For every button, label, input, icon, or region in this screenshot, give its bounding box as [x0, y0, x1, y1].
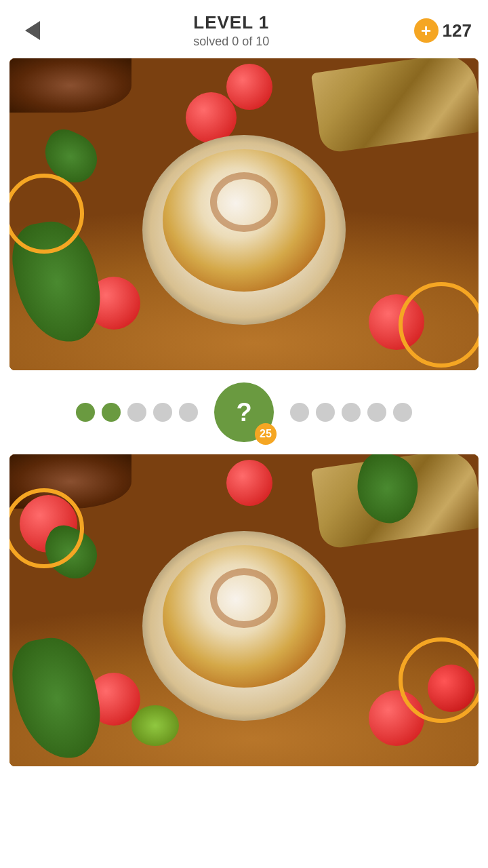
- back-arrow-icon: [25, 21, 40, 40]
- tomato-2: [226, 64, 272, 110]
- tomato-b-2: [226, 460, 272, 506]
- dot-left-2: [102, 403, 121, 422]
- level-title: LEVEL 1: [49, 12, 414, 33]
- solved-status: solved 0 of 10: [49, 35, 414, 49]
- app-header: LEVEL 1 solved 0 of 10 + 127: [0, 0, 488, 58]
- dot-right-4: [367, 403, 386, 422]
- dot-right-5: [393, 403, 412, 422]
- dot-left-1: [76, 403, 95, 422]
- dot-left-4: [153, 403, 172, 422]
- dot-left-3: [127, 403, 146, 422]
- tomato-b-4: [369, 690, 424, 746]
- dots-right: [290, 403, 412, 422]
- meat-dish: [9, 58, 131, 113]
- plus-icon: +: [421, 20, 431, 41]
- back-button[interactable]: [16, 14, 49, 47]
- bottom-image-panel[interactable]: [9, 454, 479, 766]
- green-item: [131, 705, 179, 746]
- coin-count: 127: [443, 20, 472, 41]
- dot-right-2: [316, 403, 335, 422]
- bowl-swirl-b: [210, 568, 278, 628]
- middle-controls: ? 25: [0, 370, 488, 454]
- add-coins-button[interactable]: +: [414, 18, 439, 43]
- tomato-b-5: [428, 665, 475, 712]
- hint-question-mark: ?: [236, 399, 251, 425]
- coins-area: + 127: [414, 18, 472, 43]
- header-center: LEVEL 1 solved 0 of 10: [49, 12, 414, 49]
- dots-left: [76, 403, 198, 422]
- hint-cost-badge: 25: [255, 423, 277, 445]
- hint-button[interactable]: ? 25: [214, 382, 274, 442]
- top-image-panel[interactable]: [9, 58, 479, 370]
- bowl-swirl: [210, 172, 278, 232]
- tomato-4: [369, 294, 424, 350]
- dot-left-5: [179, 403, 198, 422]
- meat-dish-b: [9, 454, 131, 509]
- dot-right-1: [290, 403, 309, 422]
- dot-right-3: [342, 403, 361, 422]
